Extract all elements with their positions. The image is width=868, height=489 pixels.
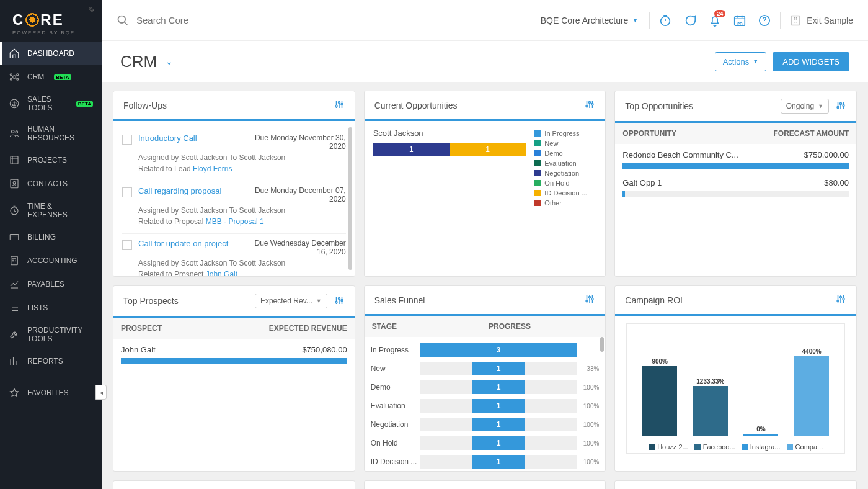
table-row[interactable]: Galt Opp 1$80.00 [615, 172, 856, 200]
accounting-icon [9, 255, 20, 266]
svg-point-23 [589, 102, 591, 104]
search-wrap [117, 14, 532, 27]
add-widgets-button[interactable]: ADD WIDGETS [773, 52, 849, 71]
sidebar-item-sales-tools[interactable]: SALES TOOLS BETA [0, 89, 102, 119]
roi-legend: Houzz 2...Faceboo...Instagra...Compa... [627, 443, 844, 451]
funnel-stage: Evaluation [371, 402, 420, 410]
wrench-icon [9, 329, 20, 340]
followup-title[interactable]: Call regarding proposal [138, 186, 239, 195]
sliders-icon[interactable] [584, 294, 595, 307]
timer-icon[interactable] [658, 14, 672, 27]
contacts-icon [9, 178, 20, 189]
prospects-filter[interactable]: Expected Rev... ▼ [255, 294, 327, 308]
checkbox[interactable] [122, 135, 132, 145]
sidebar-item-dashboard[interactable]: DASHBOARD [0, 42, 102, 65]
bell-icon[interactable]: 24 [708, 14, 722, 27]
followup-related-link[interactable]: John Galt [206, 270, 237, 276]
org-switcher[interactable]: BQE Core Architecture ▼ [541, 16, 639, 25]
search-icon[interactable] [117, 14, 129, 27]
divider [649, 12, 650, 29]
building-icon [789, 14, 802, 27]
top-icons: 24 23 [658, 14, 771, 27]
sidebar-item-contacts[interactable]: CONTACTS [0, 172, 102, 195]
svg-point-29 [338, 297, 340, 299]
help-icon[interactable] [758, 14, 771, 27]
exit-sample-button[interactable]: Exit Sample [789, 14, 853, 27]
sidebar-item-time-expenses[interactable]: TIME & EXPENSES [0, 195, 102, 225]
legend-label: Other [544, 199, 562, 207]
followup-item: Call regarding proposalDue Monday Decemb… [122, 181, 346, 234]
svg-point-20 [338, 102, 340, 104]
opp-chart: Scott Jackson 11 [373, 128, 526, 208]
legend-label: Evaluation [544, 159, 576, 167]
legend-swatch [534, 130, 541, 137]
sidebar-item-crm[interactable]: CRM BETA [0, 65, 102, 89]
followup-due: Due Wednesday December 16, 2020 [247, 239, 346, 256]
sidebar-item-lists[interactable]: LISTS [0, 296, 102, 320]
sidebar-item-payables[interactable]: PAYABLES [0, 272, 102, 296]
svg-point-10 [13, 182, 16, 184]
legend-label: New [544, 140, 558, 147]
chat-icon[interactable] [683, 14, 697, 27]
reports-icon [9, 356, 20, 367]
sliders-icon[interactable] [835, 294, 846, 307]
card-title: Top Prospects [123, 296, 249, 306]
followup-title[interactable]: Call for update on project [138, 239, 239, 248]
chevron-down-icon[interactable]: ⌄ [166, 56, 173, 66]
nav-divider [0, 377, 102, 377]
scrollbar[interactable] [600, 337, 604, 352]
actions-button[interactable]: Actions ▼ [715, 52, 767, 71]
top-opps-filter[interactable]: Ongoing ▼ [781, 99, 829, 114]
search-input[interactable] [136, 15, 322, 25]
opp-bar: 11 [373, 143, 526, 156]
scrollbar[interactable] [348, 127, 352, 270]
sidebar-item-productivity[interactable]: PRODUCTIVITY TOOLS [0, 320, 102, 349]
sidebar-item-label: PAYABLES [27, 280, 64, 289]
svg-point-19 [335, 105, 337, 107]
sidebar-item-reports[interactable]: REPORTS [0, 349, 102, 373]
svg-point-25 [837, 106, 839, 108]
sidebar-collapse-toggle[interactable]: ◂ [95, 385, 107, 400]
beta-badge: BETA [54, 74, 71, 80]
followup-related-link[interactable]: MBB - Proposal 1 [206, 217, 264, 226]
lists-icon [9, 302, 20, 313]
roi-bar: 0% [742, 426, 779, 436]
followup-related-link[interactable]: Floyd Ferris [193, 164, 232, 173]
sidebar-item-billing[interactable]: BILLING [0, 225, 102, 249]
empty-card [113, 480, 355, 489]
calendar-icon[interactable]: 23 [733, 14, 746, 27]
sliders-icon[interactable] [584, 99, 595, 112]
funnel-stage: On Hold [371, 439, 420, 447]
projects-icon [9, 155, 20, 166]
roi-bar-label: 0% [756, 426, 765, 433]
billing-icon [9, 231, 20, 243]
legend-label: Demo [544, 150, 562, 157]
sidebar-item-accounting[interactable]: ACCOUNTING [0, 249, 102, 272]
followup-item: Introductory CallDue Monday November 30,… [122, 128, 346, 181]
sliders-icon[interactable] [835, 100, 846, 113]
followup-title[interactable]: Introductory Call [138, 133, 239, 143]
svg-point-33 [591, 298, 593, 300]
funnel-bar-track: 1 [420, 362, 577, 375]
edit-icon[interactable]: ✎ [88, 5, 95, 15]
topbar: BQE Core Architecture ▼ 24 23 [102, 0, 868, 41]
sales-icon [9, 98, 20, 109]
checkbox[interactable] [122, 187, 132, 197]
sidebar-item-hr[interactable]: HUMAN RESOURCES [0, 119, 102, 148]
table-row[interactable]: John Galt$750,080.00 [113, 339, 355, 367]
checkbox[interactable] [122, 240, 132, 250]
sliders-icon[interactable] [334, 295, 345, 308]
col-revenue: EXPECTED REVENUE [269, 324, 347, 333]
legend-item: Negotiation [534, 168, 596, 178]
sidebar-item-label: PRODUCTIVITY TOOLS [27, 326, 93, 343]
followups-card: Follow-Ups Introductory CallDue Monday N… [113, 91, 355, 277]
sidebar-item-favorites[interactable]: FAVORITES [0, 381, 102, 405]
opp-person: Scott Jackson [373, 128, 526, 138]
sidebar-item-projects[interactable]: PROJECTS [0, 148, 102, 172]
legend-swatch [742, 444, 748, 450]
legend-item: New [534, 138, 596, 148]
sidebar-item-label: ACCOUNTING [27, 256, 78, 265]
sliders-icon[interactable] [334, 99, 345, 112]
card-title: Sales Funnel [374, 295, 578, 305]
table-row[interactable]: Redondo Beach Community C...$750,000.00 [615, 144, 856, 172]
